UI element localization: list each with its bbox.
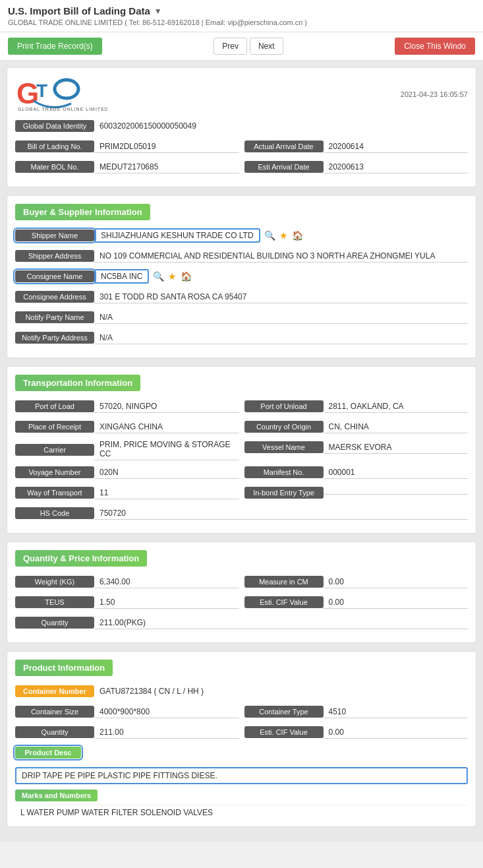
mater-col: Mater BOL No. MEDUT2170685 [15, 158, 239, 179]
vessel-label: Vessel Name [244, 441, 324, 453]
consignee-home-icon[interactable]: 🏠 [181, 271, 192, 282]
mater-bol-row: Mater BOL No. MEDUT2170685 [15, 158, 239, 175]
in-bond-label: In-bond Entry Type [244, 487, 324, 499]
mater-bol-value: MEDUT2170685 [94, 161, 239, 173]
place-receipt-value: XINGANG CHINA [94, 421, 239, 433]
container-type-label: Container Type [244, 706, 324, 718]
notify-name-row: Notify Party Name N/A [15, 309, 468, 326]
container-size-row: Container Size 4000*900*800 Container Ty… [15, 703, 468, 724]
esti-cif-value: 0.00 [324, 596, 469, 609]
mater-bol-label: Mater BOL No. [15, 161, 94, 173]
notify-name-label: Notify Party Name [15, 311, 94, 323]
way-transport-value: 11 [94, 487, 239, 499]
place-receipt-row: Place of Receipt XINGANG CHINA [15, 418, 239, 435]
consignee-address-value: 301 E TODD RD SANTA ROSA CA 95407 [94, 291, 468, 303]
product-esti-cif-value: 0.00 [324, 726, 469, 739]
subtitle-text: GLOBAL TRADE ONLINE LIMITED ( Tel: 86-51… [8, 18, 475, 26]
arrival-date-label: Actual Arrival Date [244, 140, 324, 152]
weight-row: Weight (KG) 6,340.00 Measure in CM 0.00 [15, 573, 468, 594]
next-button[interactable]: Next [250, 38, 283, 55]
port-load-row: Port of Load 57020, NINGPO [15, 398, 239, 415]
svg-text:GLOBAL TRADE ONLINE LIMITED: GLOBAL TRADE ONLINE LIMITED [18, 107, 107, 111]
page-title: U.S. Import Bill of Lading Data ▼ [8, 5, 475, 16]
dropdown-icon[interactable]: ▼ [154, 7, 162, 16]
global-data-label: Global Data Identity [15, 120, 94, 132]
qty-section-title: Quantity & Price Information [15, 550, 468, 573]
print-button[interactable]: Print Trade Record(s) [8, 38, 102, 55]
container-number-row: Container Number GATU8721384 ( CN / L / … [15, 683, 468, 700]
svg-point-2 [55, 80, 78, 98]
title-text: U.S. Import Bill of Lading Data [8, 5, 150, 16]
weight-value: 6,340.00 [94, 576, 239, 588]
hs-code-value: 750720 [94, 507, 468, 520]
way-transport-data-row: Way of Transport 11 [15, 484, 239, 501]
consignee-search-icon[interactable]: 🔍 [153, 271, 164, 282]
close-button[interactable]: Close This Windo [395, 38, 475, 55]
content-area: G T GLOBAL TRADE ONLINE LIMITED 2021-04-… [0, 61, 483, 842]
shipper-star-icon[interactable]: ★ [279, 230, 288, 241]
nav-buttons: Prev Next [107, 38, 389, 55]
buyer-supplier-card: Buyer & Supplier Information Shipper Nam… [7, 195, 476, 358]
port-load-label: Port of Load [15, 400, 94, 412]
container-size-value: 4000*900*800 [94, 706, 239, 718]
bol-row: Bill of Lading No. PRIM2DL05019 Actual A… [15, 138, 468, 158]
product-esti-cif-label: Esti. CIF Value [244, 726, 324, 738]
marks-label: Marks and Numbers [15, 790, 98, 801]
teus-row: TEUS 1.50 Esti. CIF Value 0.00 [15, 594, 468, 614]
container-number-label: Container Number [15, 685, 94, 697]
weight-label: Weight (KG) [15, 576, 94, 588]
bol-label: Bill of Lading No. [15, 140, 94, 152]
product-qty-data-row: Quantity 211.00 [15, 724, 239, 741]
consignee-name-row: Consignee Name NC5BA INC 🔍 ★ 🏠 [15, 268, 468, 285]
teus-label: TEUS [15, 596, 94, 608]
vessel-row: Vessel Name MAERSK EVORA [244, 439, 469, 456]
in-bond-value [324, 491, 469, 495]
logo-header: G T GLOBAL TRADE ONLINE LIMITED 2021-04-… [15, 76, 468, 112]
logo-card: G T GLOBAL TRADE ONLINE LIMITED 2021-04-… [7, 67, 476, 187]
shipper-name-with-icons: SHIJIAZHUANG KESHUN TRADE CO LTD 🔍 ★ 🏠 [94, 228, 468, 243]
teus-value: 1.50 [94, 596, 239, 609]
shipper-name-label: Shipper Name [15, 230, 94, 241]
consignee-address-row: Consignee Address 301 E TODD RD SANTA RO… [15, 288, 468, 305]
notify-name-value: N/A [94, 311, 468, 324]
quantity-label: Quantity [15, 617, 94, 629]
shipper-address-label: Shipper Address [15, 250, 94, 262]
notify-address-label: Notify Party Address [15, 332, 94, 344]
product-quantity-row: Quantity 211.00 Esti. CIF Value 0.00 [15, 724, 468, 744]
container-size-label: Container Size [15, 706, 94, 718]
mater-row: Mater BOL No. MEDUT2170685 Esti Arrival … [15, 158, 468, 179]
container-type-value: 4510 [324, 706, 469, 718]
esti-cif-label: Esti. CIF Value [244, 596, 324, 608]
shipper-address-row: Shipper Address NO 109 COMMERCIAL AND RE… [15, 247, 468, 264]
product-desc-value: DRIP TAPE PE PIPE PLASTIC PIPE FITTINGS … [15, 767, 468, 784]
top-bar: U.S. Import Bill of Lading Data ▼ GLOBAL… [0, 0, 483, 32]
consignee-star-icon[interactable]: ★ [168, 271, 177, 282]
shipper-search-icon[interactable]: 🔍 [264, 230, 275, 241]
port-unload-row: Port of Unload 2811, OAKLAND, CA [244, 398, 469, 415]
toolbar: Print Trade Record(s) Prev Next Close Th… [0, 32, 483, 61]
container-number-value: GATU8721384 ( CN / L / HH ) [94, 685, 468, 697]
product-card: Product Information Container Number GAT… [7, 651, 476, 827]
country-origin-label: Country of Origin [244, 421, 324, 433]
country-origin-value: CN, CHINA [324, 421, 469, 433]
prev-button[interactable]: Prev [213, 38, 247, 55]
port-load-value: 57020, NINGPO [94, 400, 239, 413]
carrier-value: PRIM, PRICE MOVING & STORAGE CC [94, 439, 239, 460]
shipper-home-icon[interactable]: 🏠 [292, 230, 303, 241]
notify-address-row: Notify Party Address N/A [15, 329, 468, 346]
product-qty-label: Quantity [15, 726, 94, 738]
port-unload-label: Port of Unload [244, 400, 324, 412]
carrier-row: Carrier PRIM, PRICE MOVING & STORAGE CC … [15, 439, 468, 464]
voyage-label: Voyage Number [15, 466, 94, 478]
marks-section: Marks and Numbers L WATER PUMP WATER FIL… [15, 790, 468, 819]
voyage-row: Voyage Number 020N Manifest No. 000001 [15, 464, 468, 484]
port-row: Port of Load 57020, NINGPO Port of Unloa… [15, 398, 468, 418]
hs-code-label: HS Code [15, 507, 94, 519]
esti-arrival-row: Esti Arrival Date 20200613 [244, 158, 469, 175]
port-unload-value: 2811, OAKLAND, CA [324, 400, 469, 413]
product-qty-value: 211.00 [94, 726, 239, 739]
voyage-value: 020N [94, 466, 239, 479]
bol-col: Bill of Lading No. PRIM2DL05019 [15, 138, 239, 158]
carrier-label: Carrier [15, 444, 94, 456]
arrival-data-row: Actual Arrival Date 20200614 [244, 138, 469, 155]
